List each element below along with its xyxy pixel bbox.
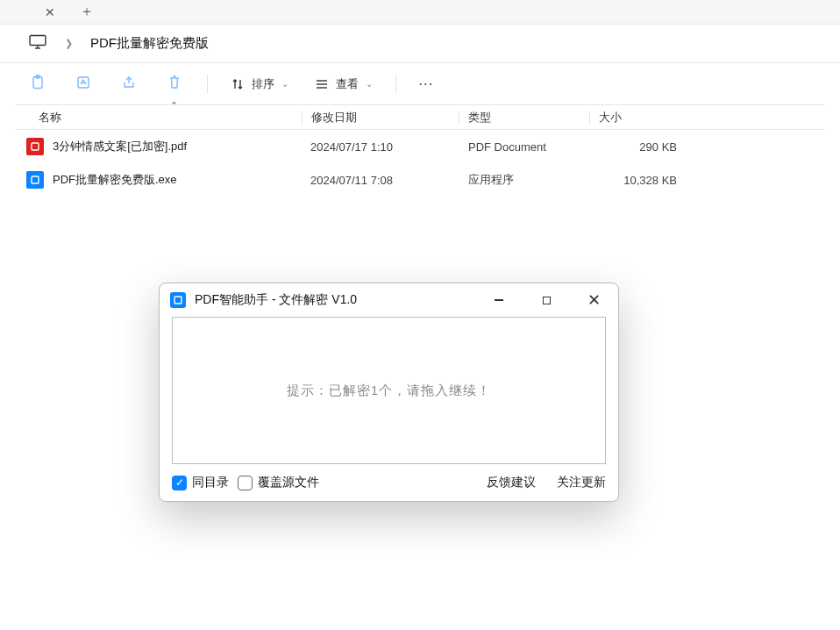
drop-hint: 提示：已解密1个，请拖入继续！ [287,383,491,399]
file-modified: 2024/07/17 1:10 [310,140,468,154]
svg-rect-11 [174,297,182,304]
column-header-name[interactable]: 名称 [16,110,302,125]
clipboard-icon[interactable] [28,75,47,93]
overwrite-checkbox[interactable]: 覆盖源文件 [238,475,319,490]
file-size: 10,328 KB [600,174,687,187]
window-title: PDF智能助手 - 文件解密 V1.0 [195,292,481,308]
titlebar[interactable]: PDF智能助手 - 文件解密 V1.0 ✕ [160,283,618,317]
more-icon[interactable]: ··· [419,77,434,90]
monitor-icon[interactable] [28,34,47,53]
checkbox-checked-icon: ✓ [172,476,187,490]
new-tab-icon[interactable]: ＋ [79,4,95,20]
view-label: 查看 [336,76,359,92]
feedback-link[interactable]: 反馈建议 [487,475,536,490]
updates-link[interactable]: 关注更新 [557,475,606,490]
same-dir-label: 同目录 [192,475,229,490]
file-name: PDF批量解密免费版.exe [53,172,310,188]
app-icon [170,292,186,308]
decrypt-app-window: PDF智能助手 - 文件解密 V1.0 ✕ 提示：已解密1个，请拖入继续！ ✓ … [159,283,619,502]
view-button[interactable]: 查看 ⌄ [315,76,373,92]
tab-strip: ✕ ＋ [0,0,840,25]
pdf-icon [26,138,44,155]
file-type: 应用程序 [468,172,600,188]
chevron-down-icon: ⌄ [366,79,373,89]
sort-indicator-icon: ⌃ [170,100,178,111]
file-modified: 2024/07/11 7:08 [310,174,468,187]
address-bar: ❯ PDF批量解密免费版 [0,25,840,63]
chevron-right-icon[interactable]: ❯ [65,38,73,49]
chevron-down-icon: ⌄ [281,79,288,89]
breadcrumb-item[interactable]: PDF批量解密免费版 [90,35,209,52]
checkbox-unchecked-icon [238,476,253,490]
rename-icon[interactable] [74,75,93,93]
column-headers: ⌃ 名称 修改日期 类型 大小 [16,105,824,130]
column-header-modified[interactable]: 修改日期 [303,110,459,125]
view-icon [315,78,329,90]
separator [207,75,208,94]
close-button[interactable]: ✕ [576,288,611,312]
file-row[interactable]: 3分钟情感文案[已加密].pdf 2024/07/17 1:10 PDF Doc… [16,130,824,163]
same-dir-checkbox[interactable]: ✓ 同目录 [172,475,229,490]
close-tab-icon[interactable]: ✕ [42,4,58,20]
svg-rect-9 [32,143,39,150]
overwrite-label: 覆盖源文件 [258,475,319,490]
minimize-button[interactable] [481,288,516,312]
maximize-button[interactable] [529,288,564,312]
sort-label: 排序 [252,76,274,92]
column-header-type[interactable]: 类型 [459,110,589,125]
column-header-size[interactable]: 大小 [590,110,678,125]
svg-rect-0 [30,36,46,46]
file-name: 3分钟情感文案[已加密].pdf [53,139,310,154]
sort-icon [231,77,245,91]
file-type: PDF Document [468,140,600,154]
file-row[interactable]: PDF批量解密免费版.exe 2024/07/11 7:08 应用程序 10,3… [16,163,824,197]
sort-button[interactable]: 排序 ⌄ [231,76,288,92]
separator [395,75,396,94]
svg-rect-10 [32,176,39,183]
app-footer: ✓ 同目录 覆盖源文件 反馈建议 关注更新 [160,464,618,501]
drop-zone[interactable]: 提示：已解密1个，请拖入继续！ [172,317,606,464]
toolbar: 排序 ⌄ 查看 ⌄ ··· [16,63,824,105]
file-size: 290 KB [600,140,687,154]
window-controls: ✕ [481,288,611,312]
delete-icon[interactable] [165,75,184,93]
share-icon[interactable] [119,75,139,93]
exe-icon [26,171,44,189]
